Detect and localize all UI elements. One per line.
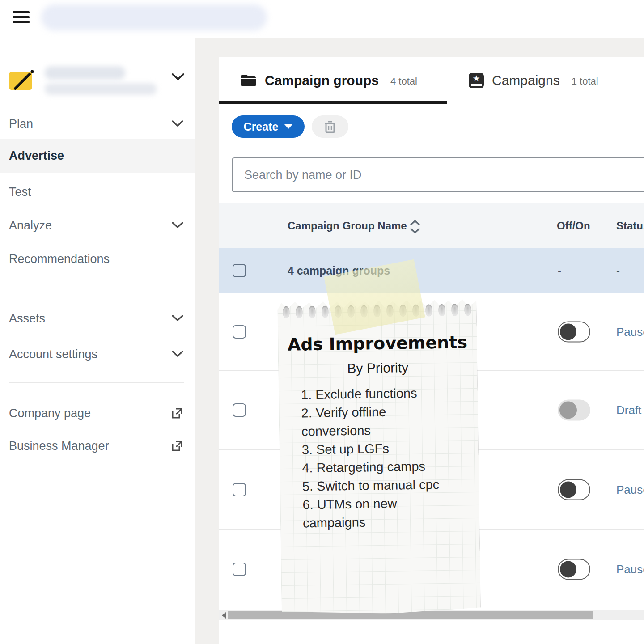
page: Plan Advertise Test Analyze Recommendati… bbox=[0, 0, 644, 644]
tab-count: 1 total bbox=[572, 74, 598, 87]
tab-label: Campaign groups bbox=[265, 73, 379, 88]
status-badge: Paused bbox=[616, 562, 644, 576]
status-badge: Paused bbox=[616, 483, 644, 496]
column-header-status: Status bbox=[616, 203, 644, 248]
sidebar-item-advertise[interactable]: Advertise bbox=[0, 139, 195, 173]
sidebar-item-label: Company page bbox=[9, 407, 91, 420]
sidebar-item-label: Advertise bbox=[9, 149, 64, 163]
sidebar-item-label: Account settings bbox=[9, 347, 97, 361]
sidebar-item-label: Assets bbox=[9, 312, 45, 326]
sidebar-divider bbox=[9, 382, 184, 383]
summary-status-value: - bbox=[616, 248, 620, 293]
account-selector[interactable] bbox=[0, 58, 195, 107]
note-item: 2. Verify offline conversions bbox=[301, 402, 440, 441]
note-list: 1. Exclude functions 2. Verify offline c… bbox=[301, 384, 442, 532]
table-row-summary[interactable]: 4 campaign groups - - bbox=[219, 248, 644, 293]
note-title: Ads Improvements bbox=[278, 332, 477, 355]
external-link-icon bbox=[171, 440, 183, 452]
chevron-down-icon bbox=[171, 350, 184, 358]
row-checkbox[interactable] bbox=[233, 325, 246, 339]
sidebar-item-label: Business Manager bbox=[9, 439, 109, 453]
status-badge: Draft bbox=[616, 403, 641, 417]
sidebar-item-test[interactable]: Test bbox=[0, 179, 195, 205]
scroll-left-arrow-icon[interactable] bbox=[222, 612, 226, 619]
off-on-toggle[interactable] bbox=[558, 321, 590, 342]
pencil-icon bbox=[10, 64, 37, 90]
delete-button[interactable] bbox=[312, 115, 348, 138]
hamburger-menu-icon[interactable] bbox=[13, 11, 30, 26]
tab-label: Campaigns bbox=[492, 73, 560, 88]
chevron-down-icon bbox=[171, 221, 184, 229]
note-item: 4. Retargeting camps bbox=[302, 457, 441, 477]
column-header-off-on: Off/On bbox=[557, 203, 590, 248]
search-input[interactable] bbox=[232, 157, 644, 192]
sidebar-item-company-page[interactable]: Company page bbox=[0, 400, 195, 426]
sidebar-item-plan[interactable]: Plan bbox=[0, 111, 195, 137]
note-item: 3. Set up LGFs bbox=[302, 439, 441, 459]
chevron-down-icon bbox=[171, 314, 184, 322]
blurred-account-id bbox=[45, 83, 157, 95]
row-checkbox[interactable] bbox=[233, 403, 246, 417]
external-link-icon bbox=[171, 407, 183, 419]
sidebar-item-recommendations[interactable]: Recommendations bbox=[0, 246, 195, 272]
folder-icon bbox=[241, 73, 257, 88]
sidebar-item-label: Analyze bbox=[9, 219, 52, 233]
table-header: Campaign Group Name Off/On Status bbox=[219, 203, 644, 248]
sidebar-divider bbox=[9, 288, 184, 288]
note-item: 6. UTMs on new campaigns bbox=[302, 494, 441, 532]
sidebar-item-label: Test bbox=[9, 185, 31, 199]
campaigns-icon: ★ bbox=[469, 73, 484, 88]
background-gutter bbox=[195, 38, 219, 644]
tab-bar: Campaign groups 4 total ★ Campaigns 1 to… bbox=[219, 57, 644, 104]
sidebar-item-assets[interactable]: Assets bbox=[0, 305, 195, 331]
sidebar-item-label: Recommendations bbox=[9, 252, 110, 266]
chevron-down-icon bbox=[171, 120, 184, 128]
off-on-toggle[interactable] bbox=[558, 559, 590, 580]
tab-campaign-groups[interactable]: Campaign groups 4 total bbox=[241, 57, 417, 104]
tab-campaigns[interactable]: ★ Campaigns 1 total bbox=[469, 57, 598, 104]
sidebar-item-business-manager[interactable]: Business Manager bbox=[0, 433, 195, 459]
status-badge: Paused bbox=[616, 325, 644, 339]
top-bar bbox=[0, 0, 644, 38]
create-button-label: Create bbox=[244, 120, 279, 133]
note-subtitle: By Priority bbox=[278, 359, 477, 377]
caret-down-icon bbox=[284, 124, 292, 129]
row-checkbox[interactable] bbox=[233, 264, 246, 277]
sticky-note: Ads Improvements By Priority 1. Exclude … bbox=[277, 297, 481, 615]
sidebar-item-account-settings[interactable]: Account settings bbox=[0, 341, 195, 367]
summary-off-on-value: - bbox=[558, 248, 561, 293]
tab-count: 4 total bbox=[390, 74, 417, 87]
off-on-toggle[interactable] bbox=[558, 400, 590, 421]
sidebar-item-label: Plan bbox=[9, 117, 33, 131]
blurred-logo bbox=[41, 4, 267, 30]
note-item: 5. Switch to manual cpc bbox=[302, 475, 441, 496]
blurred-account-name bbox=[45, 66, 125, 80]
create-button[interactable]: Create bbox=[232, 115, 305, 138]
note-item: 1. Exclude functions bbox=[301, 384, 440, 404]
sidebar: Plan Advertise Test Analyze Recommendati… bbox=[0, 38, 195, 644]
sort-icon[interactable] bbox=[409, 220, 421, 234]
row-checkbox[interactable] bbox=[233, 563, 246, 576]
background-gutter-top bbox=[219, 38, 644, 57]
off-on-toggle[interactable] bbox=[558, 479, 590, 500]
row-checkbox[interactable] bbox=[233, 483, 246, 496]
account-avatar bbox=[9, 72, 32, 90]
active-tab-underline bbox=[219, 101, 447, 104]
column-header-name: Campaign Group Name bbox=[288, 203, 407, 248]
chevron-down-icon bbox=[171, 72, 185, 81]
sidebar-item-analyze[interactable]: Analyze bbox=[0, 212, 195, 238]
trash-icon bbox=[324, 120, 336, 133]
